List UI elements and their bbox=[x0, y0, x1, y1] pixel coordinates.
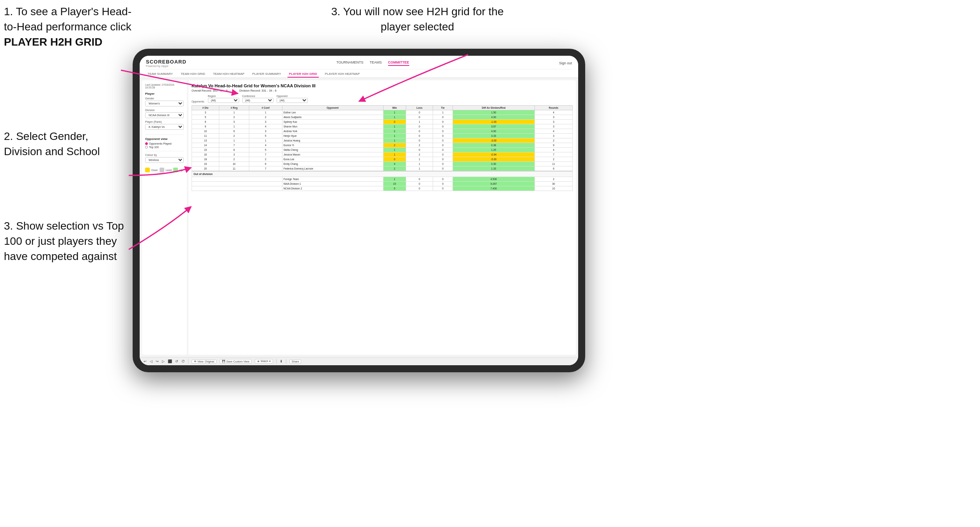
filter-conference: Conference (All) bbox=[242, 95, 273, 103]
logo-area: SCOREBOARD Powered by clippd bbox=[146, 59, 186, 67]
nav-teams[interactable]: TEAMS bbox=[370, 60, 382, 66]
filter-opponents: Opponents: bbox=[192, 100, 205, 103]
filter-row: Opponents: Region (All) Conference (All) bbox=[192, 95, 573, 103]
toolbar-sep3 bbox=[286, 359, 286, 364]
col-reg: # Reg bbox=[219, 106, 249, 110]
sign-out[interactable]: Sign out bbox=[559, 61, 572, 65]
col-tie: Tie bbox=[433, 106, 453, 110]
radio-dot-opponents bbox=[145, 142, 148, 145]
share-btn[interactable]: Share bbox=[289, 359, 302, 364]
table-row: 20 11 7 Federica Domecq Lacroze 2 1 0 1.… bbox=[192, 166, 573, 172]
player-rank-label: Player (Rank) bbox=[145, 120, 184, 123]
col-diff: Diff Av Strokes/Rnd bbox=[453, 106, 534, 110]
player-section-title: Player bbox=[145, 92, 184, 95]
table-row: 14 7 4 Eunice Yi 2 2 0 0.38 9 bbox=[192, 143, 573, 148]
colour-legend: Down Level Up bbox=[145, 168, 184, 172]
toolbar-back[interactable]: ◁ bbox=[150, 359, 153, 363]
instruction-mid-left: 2. Select Gender, Division and School bbox=[4, 129, 125, 159]
opponent-label: Opponent bbox=[277, 95, 308, 97]
tab-team-summary[interactable]: TEAM SUMMARY bbox=[146, 71, 174, 78]
opponents-label: Opponents: bbox=[192, 100, 205, 103]
radio-group: Opponents Played Top 100 bbox=[145, 142, 184, 149]
tablet-frame: SCOREBOARD Powered by clippd TOURNAMENTS… bbox=[133, 49, 585, 372]
nav-bar: SCOREBOARD Powered by clippd TOURNAMENTS… bbox=[140, 56, 578, 78]
table-row: NAIA Division 1 15 0 0 9.267 30 bbox=[192, 182, 573, 186]
tab-team-h2h-grid[interactable]: TEAM H2H GRID bbox=[179, 71, 207, 78]
radio-dot-top100 bbox=[145, 146, 148, 149]
col-div: # Div bbox=[192, 106, 219, 110]
player-rank-select[interactable]: 8. Katelyn Vo bbox=[145, 124, 184, 130]
division-record: Division Record: 331 - 34 - 6 bbox=[240, 89, 277, 92]
conference-label: Conference bbox=[242, 95, 273, 97]
logo: SCOREBOARD bbox=[146, 59, 186, 65]
right-panel: Katelyn Vo Head-to-Head Grid for Women's… bbox=[188, 80, 576, 355]
col-conf: # Conf bbox=[249, 106, 282, 110]
col-opponent: Opponent bbox=[282, 106, 383, 110]
toolbar-refresh[interactable]: ↺ bbox=[175, 359, 178, 363]
overall-record: Overall Record: 353 - 34 - 6 bbox=[192, 89, 228, 92]
gender-label: Gender bbox=[145, 97, 184, 100]
toolbar-undo[interactable]: ↩ bbox=[144, 359, 147, 363]
region-select[interactable]: (All) bbox=[208, 98, 239, 103]
col-win: Win bbox=[383, 106, 406, 110]
toolbar-redo[interactable]: ↪ bbox=[156, 359, 159, 363]
nav-tournaments[interactable]: TOURNAMENTS bbox=[336, 60, 363, 66]
nav-links: TOURNAMENTS TEAMS COMMITTEE bbox=[336, 60, 409, 66]
opponent-view-label: Opponent view bbox=[145, 137, 184, 141]
save-custom-view-btn[interactable]: 💾 Save Custom View bbox=[220, 359, 252, 364]
colour-by-select[interactable]: Win/loss bbox=[145, 157, 184, 163]
colour-level bbox=[160, 168, 164, 172]
out-of-division-header: Out of division bbox=[192, 171, 573, 177]
tab-team-h2h-heatmap[interactable]: TEAM H2H HEATMAP bbox=[211, 71, 246, 78]
grid-records: Overall Record: 353 - 34 - 6 Division Re… bbox=[192, 89, 573, 92]
table-row: 5 2 2 Alexis Sudjianto 1 0 0 4.00 3 bbox=[192, 115, 573, 120]
filter-opponent: Opponent (All) bbox=[277, 95, 308, 103]
view-original-btn[interactable]: 👁 View: Original bbox=[192, 359, 217, 364]
colour-down bbox=[145, 168, 150, 172]
toolbar-pause[interactable]: ⬛ bbox=[168, 359, 172, 363]
watch-btn[interactable]: 👁 Watch ▾ bbox=[255, 359, 273, 364]
tab-player-h2h-heatmap[interactable]: PLAYER H2H HEATMAP bbox=[323, 71, 362, 78]
toolbar-forward[interactable]: ▷ bbox=[162, 359, 165, 363]
panel-timestamp: Last Updated: 27/03/202416:55:38 bbox=[145, 83, 184, 89]
colour-by-label: Colour by bbox=[145, 154, 184, 156]
player-h2h-grid-label: PLAYER H2H GRID bbox=[4, 36, 103, 48]
toolbar-download[interactable]: ⬇ bbox=[280, 359, 283, 363]
table-row: 9 1 4 Sharon Mun 1 0 0 3.67 3 bbox=[192, 124, 573, 129]
h2h-table: # Div # Reg # Conf Opponent Win Loss Tie… bbox=[192, 105, 573, 191]
toolbar-timer[interactable]: ⏱ bbox=[181, 359, 185, 363]
grid-title: Katelyn Vo Head-to-Head Grid for Women's… bbox=[192, 83, 573, 88]
watch-label: Watch ▾ bbox=[261, 360, 271, 363]
col-loss: Loss bbox=[406, 106, 433, 110]
toolbar-sep2 bbox=[276, 359, 277, 364]
table-row: 10 6 3 Andrea York 2 0 0 4.00 4 bbox=[192, 129, 573, 134]
tab-player-h2h-grid[interactable]: PLAYER H2H GRID bbox=[288, 71, 319, 78]
table-row: 19 10 6 Emily Chang 4 1 0 0.30 11 bbox=[192, 162, 573, 166]
logo-sub: Powered by clippd bbox=[146, 65, 186, 67]
table-row: 3 1 1 Esther Lee 1 0 1 1.50 4 bbox=[192, 110, 573, 115]
region-label: Region bbox=[208, 95, 239, 97]
nav-committee[interactable]: COMMITTEE bbox=[388, 60, 409, 66]
table-row: 16 3 7 Jessica Mason 1 2 0 -0.94 7 bbox=[192, 152, 573, 157]
tablet-screen: SCOREBOARD Powered by clippd TOURNAMENTS… bbox=[140, 56, 578, 365]
gender-select[interactable]: Women's Men's bbox=[145, 101, 184, 106]
instruction-top-right: 3. You will now see H2H grid for the pla… bbox=[320, 4, 515, 34]
toolbar-sep1 bbox=[188, 359, 188, 364]
tab-player-summary[interactable]: PLAYER SUMMARY bbox=[251, 71, 283, 78]
division-select[interactable]: NCAA Division III NCAA Division I NCAA D… bbox=[145, 112, 184, 118]
nav-sub: TEAM SUMMARY TEAM H2H GRID TEAM H2H HEAT… bbox=[146, 69, 572, 78]
bottom-toolbar: ↩ ◁ ↪ ▷ ⬛ ↺ ⏱ 👁 View: Original 💾 Save Cu… bbox=[140, 357, 578, 365]
table-row: 18 2 2 Euna Lee 0 1 0 -5.00 2 bbox=[192, 157, 573, 162]
radio-top100[interactable]: Top 100 bbox=[145, 146, 184, 149]
radio-opponents-played[interactable]: Opponents Played bbox=[145, 142, 184, 145]
table-row: 15 8 5 Stella Cheng 1 0 0 1.25 4 bbox=[192, 148, 573, 152]
table-row: 13 1 1 Jessica Huang 1 0 0 -3.00 2 bbox=[192, 138, 573, 143]
opponent-select[interactable]: (All) bbox=[277, 98, 308, 103]
division-label: Division bbox=[145, 109, 184, 111]
col-rounds: Rounds bbox=[534, 106, 572, 110]
table-row: Foreign Team 1 0 0 4.500 2 bbox=[192, 177, 573, 182]
conference-select[interactable]: (All) bbox=[242, 98, 273, 103]
colour-up bbox=[173, 168, 178, 172]
table-row: NCAA Division 2 5 0 0 7.400 10 bbox=[192, 186, 573, 191]
save-custom-label: Save Custom View bbox=[226, 360, 249, 363]
